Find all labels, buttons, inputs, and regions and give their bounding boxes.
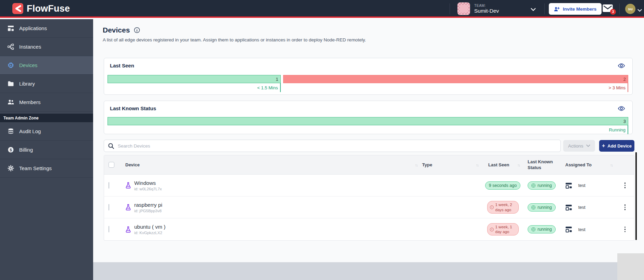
segment-value: 3: [108, 117, 628, 125]
last-seen-badge: 9 seconds ago: [485, 181, 520, 190]
brand-name: FlowFuse: [27, 3, 70, 14]
table-row[interactable]: ubuntu ( vm ) id: KvGpkzzLX2 1 week, 1 d…: [104, 218, 634, 240]
kebab-menu-icon[interactable]: [623, 181, 627, 190]
table-scrollbar[interactable]: [635, 152, 637, 240]
actions-dropdown[interactable]: Actions: [563, 140, 595, 152]
plus-icon: +: [602, 143, 605, 149]
last-known-status-panel: Last Known Status 3 Running: [104, 101, 633, 134]
search-input[interactable]: [118, 140, 556, 152]
actions-label: Actions: [568, 143, 583, 149]
status-badge: running: [528, 225, 556, 233]
status-bar: 3 Running: [108, 117, 628, 134]
application-icon: [565, 226, 572, 233]
column-header-last-known-status[interactable]: Last Known Status: [522, 159, 560, 171]
last-known-status-title: Last Known Status: [110, 105, 156, 111]
last-seen-segment-stale[interactable]: 2 > 3 Mins: [283, 75, 628, 92]
segment-label: < 1.5 Mins: [108, 83, 281, 92]
column-header-type[interactable]: Type ↑↓: [422, 162, 483, 167]
notifications-button[interactable]: 3: [603, 4, 613, 12]
running-icon: [531, 183, 535, 188]
sidebar-item-instances[interactable]: Instances: [0, 38, 93, 56]
kebab-menu-icon[interactable]: [623, 225, 627, 234]
running-icon: [531, 227, 535, 231]
chevron-down-icon[interactable]: [637, 7, 642, 13]
status-badge: running: [528, 181, 556, 190]
divider: [450, 3, 450, 14]
segment-label: Running: [108, 125, 628, 134]
add-device-button[interactable]: + Add Device: [599, 140, 634, 152]
row-checkbox[interactable]: [109, 226, 109, 232]
device-name[interactable]: ubuntu ( vm ): [134, 224, 165, 230]
sort-icon[interactable]: ↑↓: [415, 163, 417, 167]
row-checkbox[interactable]: [109, 204, 109, 211]
search-icon: [108, 143, 114, 151]
info-icon[interactable]: [134, 27, 140, 33]
sidebar-item-devices[interactable]: Devices: [0, 56, 93, 75]
chevron-down-icon: [586, 144, 590, 147]
kebab-menu-icon[interactable]: [623, 203, 627, 212]
flask-icon: [125, 204, 131, 211]
top-navbar: FlowFuse TEAM: Sumit-Dev Invite Members: [0, 0, 644, 18]
last-seen-bar: 1 < 1.5 Mins 2 > 3 Mins: [108, 75, 628, 92]
sidebar-item-label: Team Settings: [19, 165, 52, 171]
eye-icon[interactable]: [618, 105, 625, 112]
column-label: Type: [422, 162, 432, 167]
sidebar-item-billing[interactable]: $ Billing: [0, 141, 93, 159]
status-segment-running[interactable]: 3 Running: [108, 117, 628, 134]
sidebar-item-members[interactable]: Members: [0, 93, 93, 112]
brand-logo[interactable]: FlowFuse: [12, 3, 70, 14]
select-all-checkbox[interactable]: [109, 162, 114, 168]
assigned-to-value[interactable]: test: [578, 183, 585, 188]
segment-value: 2: [283, 75, 628, 83]
sidebar-item-label: Applications: [19, 25, 47, 31]
flask-icon: [125, 226, 131, 233]
column-label: Last Seen: [488, 162, 509, 167]
row-checkbox[interactable]: [109, 182, 109, 189]
running-icon: [531, 205, 535, 209]
device-name[interactable]: Windows: [134, 180, 162, 186]
application-icon: [565, 204, 572, 211]
team-avatar: [457, 2, 470, 15]
notification-badge: 3: [610, 9, 616, 15]
team-admin-zone-header: Team Admin Zone: [0, 114, 93, 122]
sidebar-item-applications[interactable]: Applications: [0, 19, 93, 38]
sidebar-item-label: Members: [19, 99, 41, 105]
dollar-icon: $: [8, 147, 14, 153]
sidebar-item-team-settings[interactable]: Team Settings: [0, 159, 93, 178]
table-row[interactable]: Windows id: w0L26q7L7x 9 seconds ago run…: [104, 175, 634, 196]
user-plus-icon: [554, 7, 560, 12]
sidebar-item-label: Instances: [19, 44, 41, 50]
invite-members-button[interactable]: Invite Members: [549, 3, 602, 15]
assigned-to-value[interactable]: test: [578, 205, 585, 210]
status-badge: running: [528, 203, 556, 212]
sidebar-item-library[interactable]: Library: [0, 75, 93, 93]
chip-icon: [8, 62, 14, 68]
team-name: Sumit-Dev: [474, 8, 499, 14]
chevron-down-icon[interactable]: [531, 7, 536, 13]
device-name[interactable]: raspberry pi: [134, 202, 162, 208]
column-header-device[interactable]: Device ↑↓: [125, 162, 422, 167]
page-title: Devices: [103, 26, 130, 34]
divider: [544, 3, 545, 14]
column-header-last-seen[interactable]: Last Seen ↑↓: [483, 162, 522, 167]
table-row[interactable]: raspberry pi id: jPG5Bpp3v8 1 week, 2 da…: [104, 196, 634, 218]
applications-icon: [8, 25, 14, 31]
invite-members-label: Invite Members: [563, 7, 596, 12]
last-seen-segment-recent[interactable]: 1 < 1.5 Mins: [108, 75, 281, 92]
team-selector[interactable]: TEAM: Sumit-Dev: [457, 2, 499, 15]
sort-icon[interactable]: ↑↓: [610, 163, 613, 167]
bottom-corner-band: [617, 253, 644, 280]
sort-icon[interactable]: ↑↓: [476, 163, 478, 167]
folder-icon: [8, 80, 14, 87]
column-header-assigned-to[interactable]: Assigned To ↑↓: [560, 162, 616, 167]
page-description: A list of all edge devices registered in…: [103, 37, 366, 42]
devices-table: Device ↑↓ Type ↑↓ Last Seen ↑↓ Last Know…: [104, 155, 634, 241]
sidebar-item-audit-log[interactable]: Audit Log: [0, 122, 93, 141]
sort-icon[interactable]: ↑↓: [517, 163, 520, 167]
application-icon: [565, 182, 572, 189]
clock-icon: [490, 205, 494, 209]
assigned-to-value[interactable]: test: [578, 227, 585, 232]
sidebar-item-label: Devices: [19, 62, 37, 68]
user-avatar[interactable]: su: [625, 4, 635, 14]
eye-icon[interactable]: [618, 62, 625, 69]
